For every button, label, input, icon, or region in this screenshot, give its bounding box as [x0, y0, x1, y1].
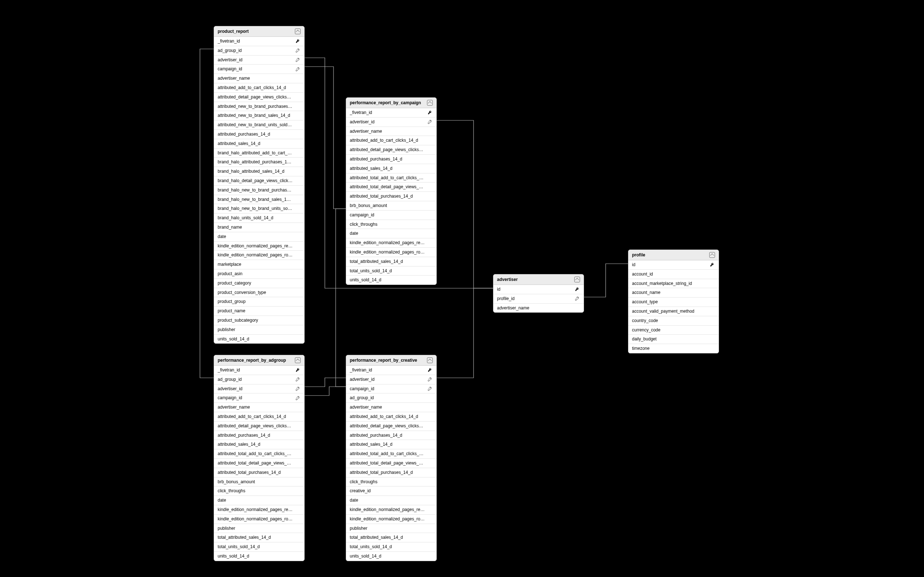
column-row[interactable]: attributed_add_to_cart_clicks_14_d: [346, 412, 436, 422]
column-row[interactable]: publisher: [214, 524, 304, 533]
column-row[interactable]: kindle_edition_normalized_pages_royaltie…: [346, 248, 436, 257]
column-row[interactable]: click_throughs: [214, 487, 304, 496]
column-row[interactable]: brand_halo_attributed_purchases_14_d: [214, 158, 304, 167]
column-row[interactable]: creative_id: [346, 487, 436, 496]
column-row[interactable]: advertiser_id: [346, 375, 436, 384]
table-performance_report_by_campaign[interactable]: performance_report_by_campaign_fivetran_…: [346, 97, 437, 285]
column-row[interactable]: product_asin: [214, 269, 304, 279]
column-row[interactable]: brand_halo_detail_page_views_clicks_14_d: [214, 176, 304, 186]
column-row[interactable]: product_name: [214, 306, 304, 316]
column-row[interactable]: attributed_sales_14_d: [214, 139, 304, 148]
column-row[interactable]: attributed_total_add_to_cart_clicks_14_d: [346, 449, 436, 459]
column-row[interactable]: attributed_add_to_cart_clicks_14_d: [214, 412, 304, 422]
column-row[interactable]: brb_bonus_amount: [346, 201, 436, 211]
column-row[interactable]: kindle_edition_normalized_pages_read_14_…: [214, 242, 304, 251]
column-row[interactable]: attributed_total_add_to_cart_clicks_14_d: [214, 449, 304, 459]
column-row[interactable]: _fivetran_id: [214, 37, 304, 46]
column-row[interactable]: advertiser_id: [214, 384, 304, 394]
column-row[interactable]: date: [346, 496, 436, 505]
column-row[interactable]: brand_halo_new_to_brand_sales_14_d: [214, 195, 304, 205]
table-header[interactable]: performance_report_by_creative: [346, 355, 436, 366]
erd-canvas[interactable]: product_report_fivetran_idad_group_idadv…: [0, 0, 924, 577]
column-row[interactable]: ad_group_id: [214, 375, 304, 384]
column-row[interactable]: units_sold_14_d: [214, 552, 304, 561]
column-row[interactable]: product_category: [214, 279, 304, 288]
column-row[interactable]: brb_bonus_amount: [214, 477, 304, 487]
column-row[interactable]: attributed_purchases_14_d: [214, 130, 304, 139]
column-row[interactable]: total_attributed_sales_14_d: [346, 533, 436, 542]
column-row[interactable]: account_id: [628, 270, 719, 279]
column-row[interactable]: product_subcategory: [214, 316, 304, 325]
column-row[interactable]: brand_halo_attributed_add_to_cart_clicks…: [214, 148, 304, 158]
column-row[interactable]: id: [628, 260, 719, 270]
column-row[interactable]: campaign_id: [214, 64, 304, 74]
column-row[interactable]: _fivetran_id: [346, 108, 436, 118]
column-row[interactable]: daily_budget: [628, 335, 719, 344]
column-row[interactable]: publisher: [346, 524, 436, 533]
column-row[interactable]: kindle_edition_normalized_pages_royaltie…: [214, 251, 304, 260]
column-row[interactable]: campaign_id: [346, 384, 436, 394]
column-row[interactable]: units_sold_14_d: [346, 552, 436, 561]
expand-icon[interactable]: [427, 357, 433, 363]
expand-icon[interactable]: [574, 277, 580, 282]
column-row[interactable]: campaign_id: [346, 211, 436, 220]
column-row[interactable]: product_conversion_type: [214, 288, 304, 298]
table-advertiser[interactable]: advertiseridprofile_idadvertiser_name: [493, 274, 584, 313]
column-row[interactable]: currency_code: [628, 326, 719, 335]
column-row[interactable]: date: [214, 496, 304, 505]
column-row[interactable]: account_marketplace_string_id: [628, 279, 719, 288]
table-header[interactable]: profile: [628, 250, 719, 260]
column-row[interactable]: kindle_edition_normalized_pages_read_14_…: [346, 239, 436, 248]
column-row[interactable]: date: [214, 232, 304, 242]
column-row[interactable]: _fivetran_id: [214, 366, 304, 375]
table-product_report[interactable]: product_report_fivetran_idad_group_idadv…: [214, 26, 305, 344]
column-row[interactable]: attributed_total_add_to_cart_clicks_14_d: [346, 174, 436, 183]
column-row[interactable]: marketplace: [214, 260, 304, 269]
column-row[interactable]: advertiser_name: [493, 304, 584, 313]
column-row[interactable]: total_units_sold_14_d: [214, 542, 304, 552]
expand-icon[interactable]: [295, 29, 300, 34]
column-row[interactable]: attributed_sales_14_d: [346, 440, 436, 449]
column-row[interactable]: advertiser_name: [214, 403, 304, 412]
column-row[interactable]: advertiser_name: [214, 74, 304, 83]
column-row[interactable]: attributed_detail_page_views_clicks_14_d: [214, 422, 304, 431]
column-row[interactable]: units_sold_14_d: [346, 276, 436, 285]
column-row[interactable]: ad_group_id: [214, 46, 304, 56]
column-row[interactable]: date: [346, 229, 436, 239]
table-performance_report_by_creative[interactable]: performance_report_by_creative_fivetran_…: [346, 355, 437, 561]
column-row[interactable]: kindle_edition_normalized_pages_read_14_…: [346, 505, 436, 515]
column-row[interactable]: attributed_total_purchases_14_d: [346, 468, 436, 477]
column-row[interactable]: brand_name: [214, 223, 304, 232]
column-row[interactable]: total_units_sold_14_d: [346, 542, 436, 552]
column-row[interactable]: attributed_purchases_14_d: [346, 155, 436, 164]
column-row[interactable]: attributed_detail_page_views_clicks_14_d: [346, 422, 436, 431]
column-row[interactable]: attributed_purchases_14_d: [214, 431, 304, 440]
column-row[interactable]: campaign_id: [214, 393, 304, 403]
column-row[interactable]: kindle_edition_normalized_pages_read_14_…: [214, 505, 304, 515]
column-row[interactable]: country_code: [628, 316, 719, 326]
column-row[interactable]: _fivetran_id: [346, 366, 436, 375]
column-row[interactable]: id: [493, 285, 584, 294]
column-row[interactable]: click_throughs: [346, 477, 436, 487]
column-row[interactable]: total_attributed_sales_14_d: [346, 257, 436, 266]
column-row[interactable]: attributed_sales_14_d: [214, 440, 304, 449]
column-row[interactable]: timezone: [628, 344, 719, 353]
column-row[interactable]: advertiser_name: [346, 403, 436, 412]
column-row[interactable]: attributed_add_to_cart_clicks_14_d: [214, 83, 304, 93]
table-header[interactable]: performance_report_by_adgroup: [214, 355, 304, 366]
column-row[interactable]: kindle_edition_normalized_pages_royaltie…: [346, 515, 436, 524]
column-row[interactable]: brand_halo_units_sold_14_d: [214, 213, 304, 223]
column-row[interactable]: attributed_detail_page_views_clicks_14_d: [346, 145, 436, 155]
column-row[interactable]: kindle_edition_normalized_pages_royaltie…: [214, 515, 304, 524]
column-row[interactable]: profile_id: [493, 294, 584, 304]
column-row[interactable]: advertiser_id: [346, 118, 436, 127]
expand-icon[interactable]: [427, 100, 433, 106]
column-row[interactable]: brand_halo_new_to_brand_units_sold_14_d: [214, 204, 304, 213]
column-row[interactable]: account_valid_payment_method: [628, 307, 719, 316]
column-row[interactable]: brand_halo_new_to_brand_purchases_14_d: [214, 186, 304, 195]
column-row[interactable]: total_attributed_sales_14_d: [214, 533, 304, 542]
column-row[interactable]: attributed_add_to_cart_clicks_14_d: [346, 136, 436, 145]
column-row[interactable]: attributed_total_purchases_14_d: [214, 468, 304, 477]
column-row[interactable]: account_type: [628, 298, 719, 307]
column-row[interactable]: brand_halo_attributed_sales_14_d: [214, 167, 304, 176]
